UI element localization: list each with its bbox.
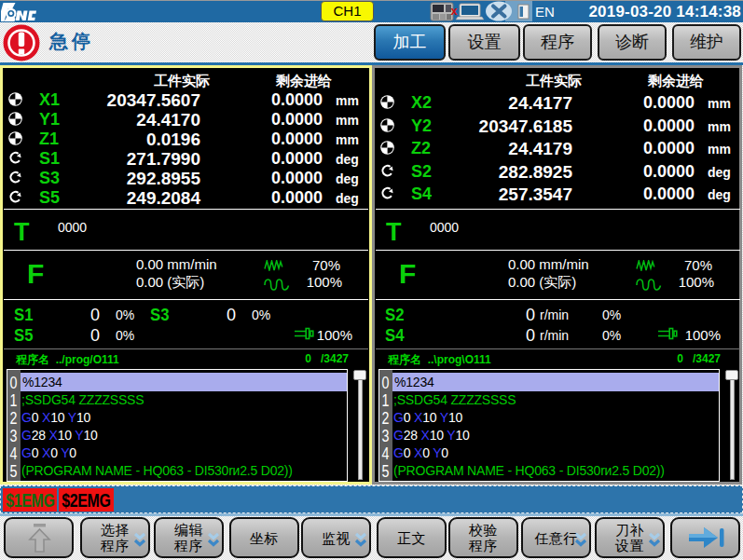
svg-text:x: x [451, 4, 459, 18]
